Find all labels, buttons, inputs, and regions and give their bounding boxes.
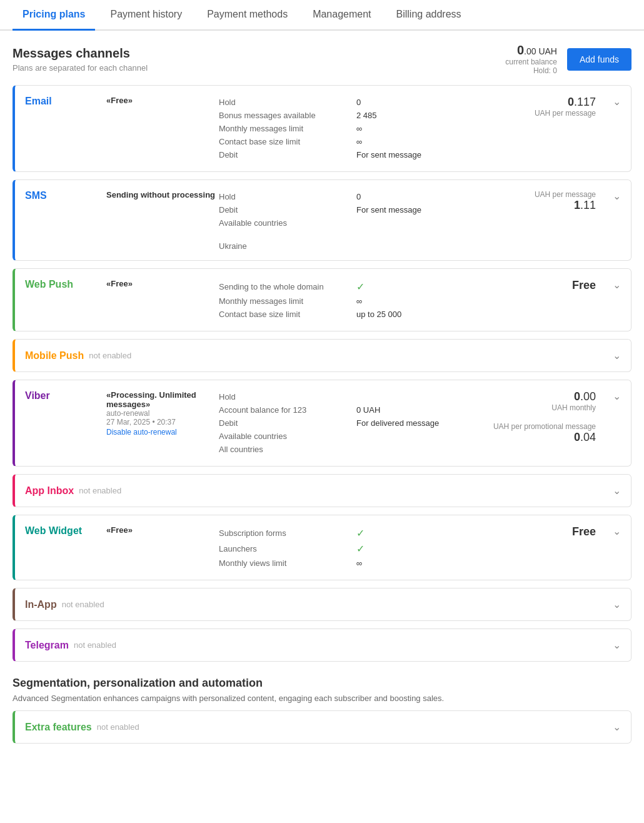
viber-detail-label-4: All countries bbox=[219, 445, 356, 454]
sms-detail-label-2: Available countries bbox=[219, 218, 356, 228]
balance-amount: 0 bbox=[517, 43, 524, 57]
channel-plan-viber: «Processing. Unlimited messages» bbox=[106, 390, 219, 409]
webwidget-price-free: Free bbox=[471, 525, 596, 538]
webwidget-detail-check-1: ✓ bbox=[356, 543, 365, 555]
webwidget-detail-label-0: Subscription forms bbox=[219, 528, 356, 538]
messages-channels-header: Messages channels Plans are separated fo… bbox=[13, 43, 631, 75]
channel-name-inapp: In-App bbox=[25, 599, 57, 610]
email-detail-label-3: Contact base size limit bbox=[219, 137, 356, 146]
add-funds-button[interactable]: Add funds bbox=[567, 48, 631, 71]
extrafeatures-expand-icon[interactable]: ⌄ bbox=[613, 722, 621, 732]
tab-billing-address[interactable]: Billing address bbox=[386, 0, 471, 29]
channel-card-viber: Viber «Processing. Unlimited messages» a… bbox=[13, 380, 631, 467]
balance-currency: UAH bbox=[538, 46, 557, 56]
email-price-main: 0 bbox=[568, 96, 574, 109]
channel-name-extrafeatures: Extra features bbox=[25, 722, 92, 733]
webpush-expand-icon[interactable]: ⌄ bbox=[613, 280, 621, 290]
email-detail-label-0: Hold bbox=[219, 98, 356, 107]
email-detail-value-2: ∞ bbox=[356, 124, 362, 133]
channel-plan-email: «Free» bbox=[106, 96, 219, 105]
email-price-suffix: UAH per message bbox=[471, 109, 596, 118]
balance-hold: Hold: 0 bbox=[505, 66, 557, 75]
channel-name-appinbox: App Inbox bbox=[25, 485, 74, 497]
channel-card-appinbox: App Inbox not enabled ⌄ bbox=[13, 474, 631, 507]
navigation-tabs: Pricing plans Payment history Payment me… bbox=[0, 0, 644, 31]
email-detail-label-4: Debit bbox=[219, 150, 356, 159]
email-expand-icon[interactable]: ⌄ bbox=[613, 96, 621, 107]
channel-card-extrafeatures: Extra features not enabled ⌄ bbox=[13, 710, 631, 744]
segmentation-title: Segmentation, personalization and automa… bbox=[13, 677, 631, 690]
extrafeatures-not-enabled: not enabled bbox=[97, 722, 139, 732]
channel-card-sms: SMS Sending without processing Hold0 Deb… bbox=[13, 179, 631, 261]
webpush-detail-label-1: Monthly messages limit bbox=[219, 296, 356, 306]
inapp-expand-icon[interactable]: ⌄ bbox=[613, 599, 621, 610]
viber-detail-value-2: For delivered message bbox=[356, 418, 439, 428]
viber-detail-label-0: Hold bbox=[219, 392, 356, 401]
webwidget-expand-icon[interactable]: ⌄ bbox=[613, 526, 621, 537]
email-detail-value-3: ∞ bbox=[356, 137, 362, 146]
viber-price2: 0.04 bbox=[471, 431, 596, 444]
sms-detail-value-1: For sent message bbox=[356, 205, 421, 215]
viber-expand-icon[interactable]: ⌄ bbox=[613, 391, 621, 401]
email-price-decimal: .117 bbox=[574, 96, 596, 109]
balance-decimal: .00 bbox=[524, 46, 536, 56]
messages-channels-subtitle: Plans are separated for each channel bbox=[13, 63, 148, 73]
email-detail-value-0: 0 bbox=[356, 98, 361, 107]
messages-channels-title: Messages channels bbox=[13, 46, 148, 61]
sms-detail-label-1: Debit bbox=[219, 205, 356, 215]
channel-name-webwidget: Web Widget bbox=[25, 525, 106, 537]
email-detail-value-4: For sent message bbox=[356, 150, 421, 159]
webwidget-detail-label-1: Launchers bbox=[219, 544, 356, 553]
viber-detail-label-1: Account balance for 123 bbox=[219, 405, 356, 415]
webpush-detail-value-1: ∞ bbox=[356, 296, 362, 306]
tab-payment-methods[interactable]: Payment methods bbox=[197, 0, 298, 29]
mobilepush-not-enabled: not enabled bbox=[89, 351, 131, 360]
tab-pricing-plans[interactable]: Pricing plans bbox=[13, 0, 95, 31]
tab-management[interactable]: Management bbox=[303, 0, 381, 29]
sms-ukraine-label: Ukraine bbox=[219, 241, 356, 251]
channel-plan-sms: Sending without processing bbox=[106, 190, 219, 199]
channel-card-email: Email «Free» Hold0 Bonus messages availa… bbox=[13, 85, 631, 172]
channel-card-telegram: Telegram not enabled ⌄ bbox=[13, 629, 631, 662]
channel-name-telegram: Telegram bbox=[25, 640, 69, 651]
sms-price-decimal: .11 bbox=[580, 199, 596, 212]
email-price: 0.117 bbox=[471, 96, 596, 109]
viber-plan-sub: auto-renewal bbox=[106, 409, 219, 418]
sms-price-suffix: UAH per message bbox=[471, 190, 596, 199]
viber-disable-autorenewal[interactable]: Disable auto-renewal bbox=[106, 428, 177, 437]
channel-plan-webwidget: «Free» bbox=[106, 525, 219, 535]
segmentation-description: Advanced Segmentation enhances campaigns… bbox=[13, 694, 631, 703]
sms-detail-value-0: 0 bbox=[356, 192, 361, 201]
sms-expand-icon[interactable]: ⌄ bbox=[613, 191, 621, 201]
segmentation-section: Segmentation, personalization and automa… bbox=[13, 677, 631, 744]
webpush-detail-label-0: Sending to the whole domain bbox=[219, 282, 356, 291]
channel-name-mobilepush: Mobile Push bbox=[25, 350, 84, 361]
channel-card-webpush: Web Push «Free» Sending to the whole dom… bbox=[13, 268, 631, 331]
viber-price: 0.00 bbox=[471, 390, 596, 403]
telegram-expand-icon[interactable]: ⌄ bbox=[613, 640, 621, 650]
viber-price-decimal: .00 bbox=[580, 390, 596, 403]
email-detail-label-1: Bonus messages available bbox=[219, 111, 356, 120]
webpush-detail-check-0: ✓ bbox=[356, 281, 365, 293]
viber-detail-value-1: 0 UAH bbox=[356, 405, 380, 415]
channel-card-webwidget: Web Widget «Free» Subscription forms✓ La… bbox=[13, 515, 631, 580]
webpush-price-free: Free bbox=[471, 279, 596, 292]
viber-price2-decimal: .04 bbox=[580, 431, 596, 444]
webpush-detail-value-2: up to 25 000 bbox=[356, 310, 401, 319]
channel-name-sms: SMS bbox=[25, 190, 106, 201]
email-detail-value-1: 2 485 bbox=[356, 111, 377, 120]
mobilepush-expand-icon[interactable]: ⌄ bbox=[613, 350, 621, 361]
viber-price-suffix: UAH monthly bbox=[471, 403, 596, 412]
email-detail-label-2: Monthly messages limit bbox=[219, 124, 356, 133]
appinbox-expand-icon[interactable]: ⌄ bbox=[613, 485, 621, 496]
channel-name-email: Email bbox=[25, 96, 106, 107]
balance-info: 0.00 UAH current balance Hold: 0 bbox=[505, 43, 557, 75]
webpush-detail-label-2: Contact base size limit bbox=[219, 310, 356, 319]
balance-area: 0.00 UAH current balance Hold: 0 Add fun… bbox=[505, 43, 631, 75]
tab-payment-history[interactable]: Payment history bbox=[100, 0, 192, 29]
webwidget-detail-label-2: Monthly views limit bbox=[219, 558, 356, 568]
inapp-not-enabled: not enabled bbox=[62, 600, 104, 609]
webwidget-detail-check-0: ✓ bbox=[356, 527, 365, 539]
viber-price2-label: UAH per promotional message bbox=[471, 422, 596, 431]
channel-name-webpush: Web Push bbox=[25, 279, 106, 290]
